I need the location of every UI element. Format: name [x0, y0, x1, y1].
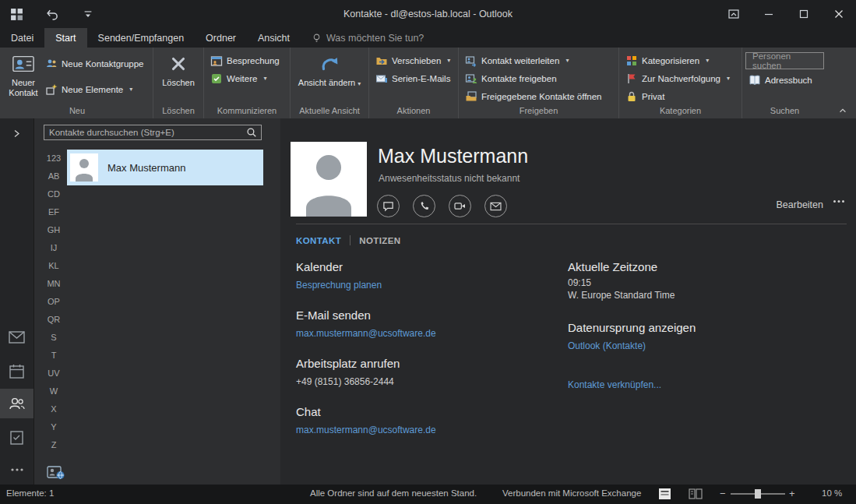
contact-search-input[interactable]	[44, 128, 246, 137]
chat-address-link[interactable]: max.mustermann@ucsoftware.de	[296, 425, 436, 435]
meeting-button[interactable]: Besprechung	[207, 52, 283, 69]
ribbon: Neuer Kontakt Neue Kontaktgruppe Neue El…	[0, 48, 856, 118]
status-bar: Elemente: 1 Alle Ordner sind auf dem neu…	[0, 485, 856, 504]
nav-tasks-button[interactable]	[0, 422, 33, 452]
close-button[interactable]	[821, 0, 856, 28]
tab-label: Ansicht	[258, 33, 290, 44]
tab-kontakt[interactable]: KONTAKT	[296, 236, 341, 245]
expand-folder-pane-button[interactable]	[0, 123, 33, 143]
section-title: Chat	[296, 405, 553, 418]
address-book-button[interactable]: Adressbuch	[745, 72, 824, 88]
edit-contact-link[interactable]: Bearbeiten	[777, 199, 823, 210]
alpha-item[interactable]: S	[42, 329, 65, 347]
move-button[interactable]: Verschieben	[372, 52, 453, 69]
ribbon-group-loeschen: Löschen Löschen	[153, 48, 204, 118]
delete-button[interactable]: Löschen	[159, 49, 198, 88]
alpha-item[interactable]: KL	[42, 257, 65, 275]
search-icon[interactable]	[246, 127, 261, 138]
tab-label: Senden/Empfangen	[98, 33, 185, 44]
alpha-item[interactable]: 123	[42, 150, 65, 167]
zoom-slider[interactable]	[731, 493, 785, 495]
contact-card-tabs: KONTAKT NOTIZEN	[296, 235, 400, 245]
section-email: E-Mail senden max.mustermann@ucsoftware.…	[296, 308, 553, 340]
collapse-ribbon-button[interactable]	[837, 106, 848, 115]
alpha-item[interactable]: Y	[42, 418, 65, 436]
alpha-item[interactable]: EF	[42, 203, 65, 221]
alpha-item[interactable]: IJ	[42, 239, 65, 257]
ribbon-group-kategorien: Kategorisieren Zur Nachverfolgung Privat…	[619, 48, 742, 118]
ribbon-display-options-button[interactable]	[716, 0, 751, 28]
contact-list-item[interactable]: Max Mustermann	[67, 150, 263, 185]
data-source-link[interactable]: Outlook (Kontakte)	[568, 340, 646, 351]
tab-senden-empfangen[interactable]: Senden/Empfangen	[87, 28, 196, 48]
contact-name: Max Mustermann	[107, 162, 185, 174]
contact-search-box[interactable]	[44, 125, 262, 140]
new-contact-button[interactable]: Neuer Kontakt	[5, 49, 42, 98]
call-button[interactable]	[413, 195, 435, 217]
ribbon-group-suchen: Personen suchen Adressbuch Suchen	[742, 48, 827, 118]
send-email-button[interactable]	[484, 195, 507, 217]
item-count[interactable]: Elemente: 1	[6, 488, 54, 498]
change-view-button[interactable]: Ansicht ändern	[297, 49, 362, 89]
follow-up-button[interactable]: Zur Nachverfolgung	[622, 70, 733, 86]
alpha-item[interactable]: CD	[42, 185, 65, 203]
mail-merge-button[interactable]: Serien-E-Mails	[372, 70, 453, 86]
maximize-button[interactable]	[786, 0, 821, 28]
search-people-button[interactable]: Personen suchen	[745, 52, 824, 69]
button-label: Weitere	[227, 74, 257, 83]
tell-me-box[interactable]: Was möchten Sie tun?	[312, 28, 424, 48]
alpha-item[interactable]: Z	[42, 436, 65, 454]
im-chat-button[interactable]	[377, 195, 400, 217]
alpha-item[interactable]: X	[42, 400, 65, 418]
quick-access-toolbar	[0, 5, 97, 23]
zoom-level[interactable]: 10 %	[822, 488, 842, 498]
nav-more-button[interactable]	[0, 455, 33, 485]
video-call-button[interactable]	[449, 195, 471, 217]
alpha-item[interactable]: OP	[42, 293, 65, 311]
email-address-link[interactable]: max.mustermann@ucsoftware.de	[296, 328, 436, 339]
tab-start[interactable]: Start	[44, 28, 86, 48]
nav-calendar-button[interactable]	[0, 356, 33, 386]
alpha-item[interactable]: W	[42, 382, 65, 400]
minimize-button[interactable]	[751, 0, 786, 28]
private-button[interactable]: Privat	[622, 88, 733, 104]
schedule-meeting-link[interactable]: Besprechung planen	[296, 280, 382, 291]
alpha-item[interactable]: GH	[42, 221, 65, 239]
alpha-item[interactable]: MN	[42, 275, 65, 293]
ribbon-group-aktuelle-ansicht: Ansicht ändern Aktuelle Ansicht	[291, 48, 369, 118]
share-contacts-button[interactable]: Kontakte freigeben	[462, 70, 605, 86]
group-label-neu: Neu	[5, 105, 150, 118]
button-label: Kategorisieren	[642, 56, 699, 65]
tab-datei[interactable]: Datei	[0, 28, 44, 48]
normal-view-button[interactable]	[658, 488, 671, 500]
link-contacts-link[interactable]: Kontakte verknüpfen...	[568, 379, 661, 390]
customize-toolbar-icon[interactable]	[79, 5, 97, 23]
alpha-item[interactable]: UV	[42, 365, 65, 382]
open-shared-contacts-button[interactable]: Freigegebene Kontakte öffnen	[462, 88, 605, 104]
zoom-out-button[interactable]: −	[720, 488, 726, 499]
alpha-item[interactable]: T	[42, 347, 65, 365]
contact-details-left-column: Kalender Besprechung planen E-Mail sende…	[296, 260, 553, 453]
contact-display-name: Max Mustermann	[378, 145, 528, 167]
tab-notizen[interactable]: NOTIZEN	[359, 236, 400, 245]
alpha-item[interactable]: AB	[42, 167, 65, 185]
tab-ordner[interactable]: Ordner	[195, 28, 247, 48]
zoom-slider-thumb[interactable]	[755, 489, 761, 499]
new-contact-group-button[interactable]: Neue Kontaktgruppe	[42, 55, 147, 72]
tab-ansicht[interactable]: Ansicht	[247, 28, 301, 48]
work-phone-number[interactable]: +49 (8151) 36856-2444	[296, 376, 394, 387]
nav-mail-button[interactable]	[0, 322, 33, 352]
section-zeitzone: Aktuelle Zeitzone 09:15 W. Europe Standa…	[568, 260, 833, 301]
reading-view-button[interactable]	[689, 488, 703, 500]
undo-icon[interactable]	[44, 5, 61, 23]
zoom-in-button[interactable]: +	[789, 488, 795, 499]
nav-people-button[interactable]	[0, 389, 33, 418]
contact-card-peek-icon[interactable]	[47, 466, 65, 480]
new-items-button[interactable]: Neue Elemente	[42, 81, 147, 97]
more-communicate-button[interactable]: Weitere	[207, 70, 283, 86]
categorize-button[interactable]: Kategorisieren	[622, 52, 733, 69]
forward-contact-button[interactable]: Kontakt weiterleiten	[462, 52, 605, 69]
more-actions-button[interactable]	[833, 199, 845, 203]
alpha-item[interactable]: QR	[42, 311, 65, 329]
ribbon-group-kommunizieren: Besprechung Weitere Kommunizieren	[204, 48, 291, 118]
